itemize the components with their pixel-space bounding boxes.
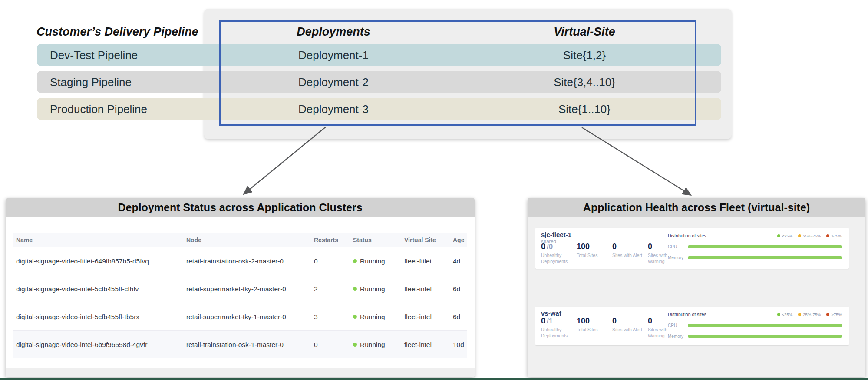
cell-restarts: 0 bbox=[311, 247, 350, 275]
deployment-status-table: Name Node Restarts Status Virtual Site A… bbox=[13, 233, 467, 358]
deployment-status-panel: Deployment Status across Application Clu… bbox=[6, 198, 475, 377]
legend-dot-green-icon bbox=[777, 313, 780, 316]
cell-virtual-site: fleet-intel bbox=[402, 275, 450, 303]
bar-label: CPU bbox=[668, 244, 688, 249]
bottom-accent-bar bbox=[0, 378, 868, 380]
fleet-health-card: vs-waf 0/1 Unhealthy Deployments 100 Tot… bbox=[535, 307, 849, 345]
metric-label: Sites with Alert bbox=[612, 253, 646, 259]
metric-suffix: /1 bbox=[547, 317, 553, 325]
legend-item: 25%-75% bbox=[798, 312, 821, 317]
cell-node: retail-trainstation-osk-2-master-0 bbox=[184, 247, 311, 275]
status-dot-icon bbox=[353, 315, 357, 319]
bar-label: Memory bbox=[668, 255, 688, 260]
status-text: Running bbox=[360, 257, 385, 265]
distribution-of-sites: Distribution of sites <25% 25%-75% >75% … bbox=[668, 233, 842, 260]
legend-dot-orange-icon bbox=[798, 234, 801, 237]
table-row: digital-signage-video-intel-5cfb455ff-tb… bbox=[13, 303, 467, 331]
legend-item: >75% bbox=[826, 233, 842, 238]
distribution-legend: <25% 25%-75% >75% bbox=[777, 233, 842, 238]
cell-node: retail-trainstation-osk-1-master-0 bbox=[184, 331, 311, 359]
cpu-bar-row: CPU bbox=[668, 244, 842, 249]
cell-restarts: 3 bbox=[311, 303, 350, 331]
distribution-legend: <25% 25%-75% >75% bbox=[777, 312, 842, 317]
legend-dot-red-icon bbox=[826, 234, 829, 237]
bar-label: CPU bbox=[668, 323, 688, 328]
cpu-bar-fill bbox=[688, 245, 842, 248]
pipeline-row-staging: Staging Pipeline Deployment-2 Site{3,4..… bbox=[37, 71, 721, 93]
table-row: digital-signage-video-intel-5cfb455ff-cf… bbox=[13, 275, 467, 303]
metric-label: Total Sites bbox=[577, 327, 611, 333]
metric-value: 0 bbox=[612, 242, 617, 251]
metric-value: 0 bbox=[612, 317, 617, 325]
col-status: Status bbox=[350, 233, 402, 247]
metric-value: 0 bbox=[541, 317, 545, 325]
panel-footer bbox=[6, 368, 475, 377]
status-dot-icon bbox=[353, 287, 357, 291]
legend-dot-orange-icon bbox=[798, 313, 801, 316]
cell-name: digital-signage-video-intel-5cfb455ff-cf… bbox=[13, 275, 184, 303]
cell-status: Running bbox=[350, 331, 402, 359]
col-name: Name bbox=[13, 233, 184, 247]
legend-dot-green-icon bbox=[777, 234, 780, 237]
metric-label: Unhealthy Deployments bbox=[541, 327, 575, 339]
cell-status: Running bbox=[350, 275, 402, 303]
cell-age: 4d bbox=[450, 247, 467, 275]
fleet-metrics: 0/0 Unhealthy Deployments 100 Total Site… bbox=[541, 242, 683, 264]
bar-label: Memory bbox=[668, 334, 688, 339]
cell-name: digital-signage-video-intel-5cfb455ff-tb… bbox=[13, 303, 184, 331]
cell-age: 6d bbox=[450, 303, 467, 331]
deployment-status-title: Deployment Status across Application Clu… bbox=[6, 198, 475, 217]
pipeline-name: Production Pipeline bbox=[50, 102, 147, 116]
legend-item: >75% bbox=[826, 312, 842, 317]
memory-bar-row: Memory bbox=[668, 255, 842, 260]
legend-item: <25% bbox=[777, 312, 793, 317]
pipeline-name: Dev-Test Pipeline bbox=[50, 48, 138, 62]
metric-value: 0 bbox=[541, 242, 545, 251]
memory-bar-row: Memory bbox=[668, 334, 842, 339]
memory-bar-fill bbox=[688, 335, 842, 338]
fleet-name: vs-waf bbox=[541, 310, 561, 317]
cell-name: digital-signage-video-intel-6b9f96558d-4… bbox=[13, 331, 184, 359]
pipeline-row-production: Production Pipeline Deployment-3 Site{1.… bbox=[37, 98, 721, 120]
memory-bar-fill bbox=[688, 256, 842, 259]
metric-unhealthy-deployments: 0/1 Unhealthy Deployments bbox=[541, 317, 577, 339]
cpu-bar-fill bbox=[688, 324, 842, 327]
virtual-site-set: Site{1..10} bbox=[558, 102, 611, 116]
cell-node: retail-supermarket-tky-2-master-0 bbox=[184, 275, 311, 303]
legend-label: 25%-75% bbox=[803, 312, 821, 317]
virtual-site-set: Site{3,4..10} bbox=[554, 75, 615, 89]
application-health-title: Application Health across Fleet (virtual… bbox=[528, 198, 865, 217]
fleet-health-card: sjc-fleet-1 shared 0/0 Unhealthy Deploym… bbox=[535, 228, 849, 269]
metric-sites-with-alert: 0 Sites with Alert bbox=[612, 242, 648, 264]
status-text: Running bbox=[360, 285, 385, 293]
cell-virtual-site: fleet-fitlet bbox=[402, 247, 450, 275]
col-node: Node bbox=[184, 233, 311, 247]
cell-age: 6d bbox=[450, 275, 467, 303]
legend-label: >75% bbox=[831, 233, 842, 238]
distribution-of-sites: Distribution of sites <25% 25%-75% >75% … bbox=[668, 312, 842, 339]
legend-dot-red-icon bbox=[826, 313, 829, 316]
cell-status: Running bbox=[350, 247, 402, 275]
metric-sites-with-alert: 0 Sites with Alert bbox=[612, 317, 648, 339]
legend-label: <25% bbox=[782, 233, 793, 238]
status-dot-icon bbox=[353, 259, 357, 263]
diagram-canvas: Customer’s Delivery Pipeline Deployments… bbox=[0, 0, 868, 380]
metric-unhealthy-deployments: 0/0 Unhealthy Deployments bbox=[541, 242, 577, 264]
col-age: Age bbox=[450, 233, 467, 247]
legend-item: <25% bbox=[777, 233, 793, 238]
col-virtual-site: Virtual Site bbox=[402, 233, 450, 247]
table-row: digital-signage-video-fitlet-649fb857b5-… bbox=[13, 247, 467, 275]
cell-node: retail-supermarket-tky-1-master-0 bbox=[184, 303, 311, 331]
virtual-site-set: Site{1,2} bbox=[563, 48, 606, 62]
fleet-name: sjc-fleet-1 bbox=[541, 231, 571, 238]
metric-suffix: /0 bbox=[547, 243, 553, 251]
metric-label: Unhealthy Deployments bbox=[541, 253, 575, 264]
cell-status: Running bbox=[350, 303, 402, 331]
metric-label: Total Sites bbox=[577, 253, 611, 259]
deployment-name: Deployment-3 bbox=[298, 102, 369, 116]
col-restarts: Restarts bbox=[311, 233, 350, 247]
cell-restarts: 0 bbox=[311, 331, 350, 359]
pipeline-row-dev-test: Dev-Test Pipeline Deployment-1 Site{1,2} bbox=[37, 44, 721, 66]
distribution-title: Distribution of sites bbox=[668, 312, 706, 317]
table-row: digital-signage-video-intel-6b9f96558d-4… bbox=[13, 331, 467, 359]
